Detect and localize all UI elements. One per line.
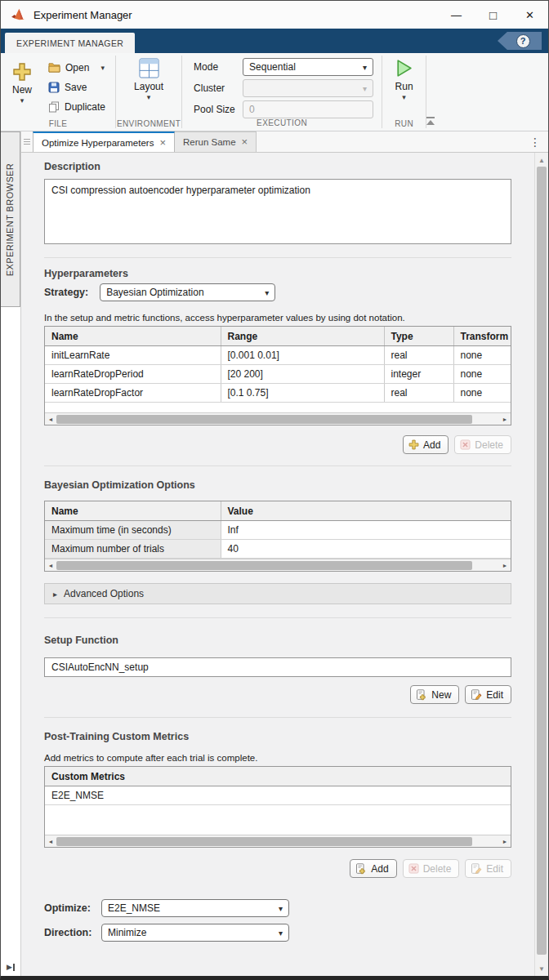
tab-overflow-menu-icon[interactable]: ⋮ bbox=[522, 131, 548, 152]
scroll-right-icon[interactable]: ► bbox=[499, 416, 511, 422]
direction-label: Direction: bbox=[44, 927, 101, 938]
horizontal-scrollbar[interactable]: ◄ ► bbox=[45, 835, 511, 847]
table-row[interactable]: learnRateDropFactor[0.1 0.75] realnone bbox=[45, 384, 511, 403]
table-row[interactable]: Maximum number of trials 40 bbox=[45, 540, 511, 559]
description-title: Description bbox=[44, 161, 511, 172]
scroll-left-icon[interactable]: ◄ bbox=[45, 563, 56, 568]
tab-rerun-same[interactable]: Rerun Same × bbox=[175, 131, 257, 152]
matlab-logo-icon bbox=[11, 7, 25, 22]
custom-metrics-helper-text: Add metrics to compute after each trial … bbox=[44, 753, 511, 763]
scroll-left-icon[interactable]: ◄ bbox=[45, 416, 56, 422]
delete-hyperparameter-button: Delete bbox=[454, 435, 511, 454]
expand-right-icon: ▶ bbox=[7, 963, 12, 971]
scrollbar-thumb[interactable] bbox=[56, 561, 472, 570]
optimize-label: Optimize: bbox=[44, 902, 101, 914]
cluster-dropdown: ▾ bbox=[243, 79, 373, 97]
toolstrip: New ▾ Open ▾ bbox=[1, 53, 548, 131]
table-row[interactable]: E2E_NMSE bbox=[45, 786, 511, 805]
scroll-up-icon[interactable]: ▲ bbox=[535, 154, 548, 166]
experiment-browser-label: EXPERIMENT BROWSER bbox=[6, 163, 16, 275]
scroll-right-icon[interactable]: ► bbox=[499, 839, 511, 844]
direction-dropdown[interactable]: Minimize ▾ bbox=[101, 924, 289, 942]
layout-button[interactable]: Layout ▾ bbox=[127, 53, 170, 119]
close-button[interactable]: ✕ bbox=[511, 1, 548, 29]
window-title: Experiment Manager bbox=[33, 9, 132, 21]
minimize-button[interactable]: — bbox=[438, 1, 475, 29]
bayes-options-table: Name Value Maximum time (in seconds) Inf… bbox=[44, 501, 511, 572]
pool-size-label: Pool Size bbox=[194, 104, 243, 115]
tab-optimize-hyperparameters[interactable]: Optimize Hyperparameters × bbox=[33, 131, 175, 152]
help-button[interactable]: ? bbox=[498, 32, 542, 50]
new-button[interactable]: New ▾ bbox=[6, 57, 38, 119]
scroll-left-icon[interactable]: ◄ bbox=[45, 839, 56, 844]
table-row[interactable]: learnRateDropPeriod[20 200] integernone bbox=[45, 365, 511, 384]
hyperparameters-table: Name Range Type Transform initLearnRate[… bbox=[44, 326, 511, 425]
setup-function-section: Setup Function CSIAutoEncNN_setup New bbox=[44, 617, 511, 717]
description-textarea[interactable]: CSI compression autoencoder hyperparamet… bbox=[44, 179, 511, 244]
experiment-browser-tab[interactable]: EXPERIMENT BROWSER bbox=[1, 131, 20, 307]
chevron-down-icon: ▾ bbox=[279, 929, 283, 938]
setup-function-input[interactable]: CSIAutoEncNN_setup bbox=[44, 657, 511, 677]
description-section: Description CSI compression autoencoder … bbox=[44, 153, 511, 257]
scrollbar-thumb[interactable] bbox=[56, 415, 472, 424]
scroll-right-icon[interactable]: ► bbox=[499, 563, 511, 568]
add-hyperparameter-button[interactable]: Add bbox=[403, 435, 449, 454]
help-icon: ? bbox=[516, 34, 530, 48]
chevron-down-icon: ▾ bbox=[363, 63, 367, 72]
title-bar: Experiment Manager — □ ✕ bbox=[1, 1, 548, 29]
optimize-dropdown[interactable]: E2E_NMSE ▾ bbox=[101, 899, 289, 917]
table-row[interactable]: initLearnRate[0.001 0.01] realnone bbox=[45, 346, 511, 365]
run-icon bbox=[394, 58, 414, 78]
document-tab-bar: Optimize Hyperparameters × Rerun Same × … bbox=[21, 131, 548, 153]
chevron-down-icon: ▾ bbox=[100, 65, 105, 71]
edit-metric-button: Edit bbox=[465, 859, 511, 878]
chevron-down-icon: ▾ bbox=[402, 94, 406, 100]
collapse-toolstrip-button[interactable] bbox=[426, 117, 435, 125]
cluster-label: Cluster bbox=[194, 82, 243, 94]
execution-section-label: EXECUTION bbox=[182, 118, 382, 130]
scroll-down-icon[interactable]: ▼ bbox=[535, 963, 548, 974]
ribbon: EXPERIMENT MANAGER ? bbox=[1, 29, 548, 53]
delete-x-icon bbox=[408, 863, 419, 874]
hyperparameters-helper-text: In the setup and metric functions, acces… bbox=[44, 313, 511, 323]
table-row[interactable]: Maximum time (in seconds) Inf bbox=[45, 521, 511, 540]
save-icon bbox=[48, 82, 60, 93]
run-button[interactable]: Run ▾ bbox=[387, 53, 421, 119]
maximize-button[interactable]: □ bbox=[475, 1, 511, 29]
table-header-row: Name Range Type Transform bbox=[45, 327, 511, 346]
mode-label: Mode bbox=[194, 61, 243, 73]
add-metric-button[interactable]: Add bbox=[350, 859, 396, 878]
expand-panel-button[interactable]: ▶ bbox=[1, 963, 20, 971]
tab-bar-grip[interactable] bbox=[21, 131, 33, 152]
new-setup-function-button[interactable]: New bbox=[410, 685, 459, 704]
environment-group: Layout ▾ ENVIRONMENT bbox=[116, 53, 181, 131]
close-tab-icon[interactable]: × bbox=[242, 137, 248, 147]
document-pencil-icon bbox=[471, 863, 482, 875]
strategy-dropdown[interactable]: Bayesian Optimization ▾ bbox=[100, 283, 275, 301]
scrollbar-thumb[interactable] bbox=[56, 837, 472, 846]
vertical-scrollbar[interactable]: ▲ ▼ bbox=[534, 153, 548, 976]
mode-dropdown[interactable]: Sequential ▾ bbox=[243, 58, 373, 76]
advanced-options-expander[interactable]: ▸ Advanced Options bbox=[44, 583, 511, 604]
run-group: Run ▾ RUN bbox=[382, 53, 426, 131]
file-group: New ▾ Open ▾ bbox=[1, 53, 115, 131]
scrollbar-thumb[interactable] bbox=[537, 167, 547, 955]
ribbon-tab-experiment-manager[interactable]: EXPERIMENT MANAGER bbox=[5, 33, 135, 53]
environment-section-label: ENVIRONMENT bbox=[116, 119, 181, 131]
setup-function-title: Setup Function bbox=[44, 635, 511, 646]
edit-setup-function-button[interactable]: Edit bbox=[465, 685, 511, 704]
plus-icon bbox=[408, 439, 419, 450]
layout-icon bbox=[139, 58, 159, 78]
pool-size-input: 0 bbox=[243, 100, 373, 118]
chevron-down-icon: ▾ bbox=[147, 94, 151, 100]
document-pencil-icon bbox=[471, 689, 482, 701]
save-button[interactable]: Save bbox=[45, 78, 109, 96]
close-tab-icon[interactable]: × bbox=[159, 138, 166, 148]
delete-x-icon bbox=[460, 439, 471, 450]
hyperparameters-title: Hyperparameters bbox=[44, 268, 511, 279]
duplicate-button[interactable]: Duplicate bbox=[45, 98, 109, 115]
chevron-down-icon: ▾ bbox=[265, 288, 269, 297]
horizontal-scrollbar[interactable]: ◄ ► bbox=[45, 559, 511, 571]
horizontal-scrollbar[interactable]: ◄ ► bbox=[45, 412, 511, 425]
open-button[interactable]: Open ▾ bbox=[45, 59, 109, 76]
